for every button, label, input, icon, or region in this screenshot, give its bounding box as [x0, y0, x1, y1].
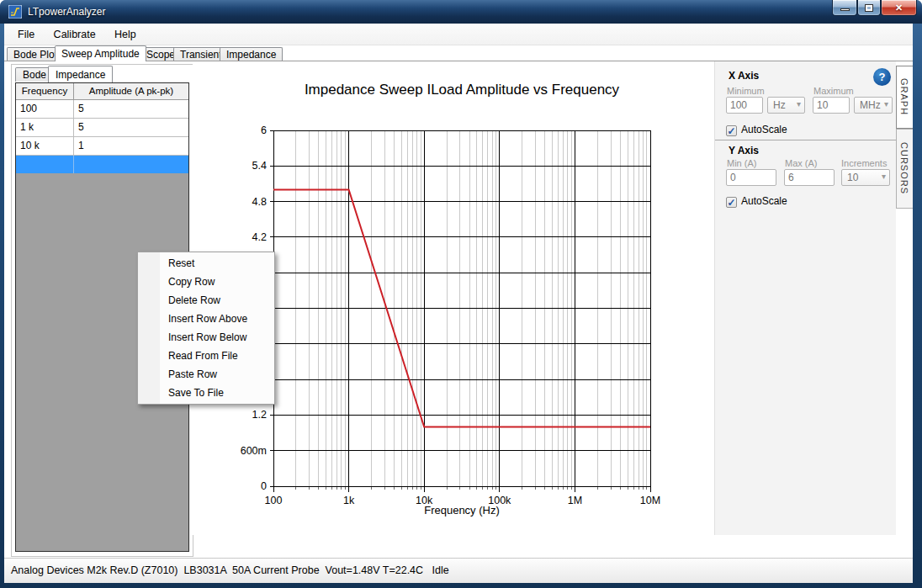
- window-title: LTpowerAnalyzer: [28, 6, 105, 18]
- cell-amplitude[interactable]: 5: [74, 100, 188, 118]
- chevron-down-icon: ▾: [884, 99, 888, 109]
- chart-x-axis-label: Frequency (Hz): [209, 504, 714, 516]
- app-window: LTpowerAnalyzer ✕ File Calibrate Help Bo…: [0, 0, 922, 588]
- x-autoscale-checkbox[interactable]: ✓AutoScale: [726, 121, 787, 136]
- svg-text:4.8: 4.8: [252, 196, 267, 208]
- subtab-impedance[interactable]: Impedance: [48, 66, 113, 82]
- menu-file[interactable]: File: [10, 24, 42, 45]
- context-menu-item-read-from-file[interactable]: Read From File: [138, 347, 274, 365]
- context-menu-item-insert-row-above[interactable]: Insert Row Above: [138, 310, 274, 328]
- menu-calibrate[interactable]: Calibrate: [46, 24, 103, 45]
- cell-amplitude[interactable]: 1: [74, 137, 188, 155]
- x-max-unit-select[interactable]: MHz ▾: [854, 97, 893, 114]
- main-tab-strip: Bode Plot Sweep Amplitude Scope Transien…: [4, 45, 913, 61]
- menu-bar: File Calibrate Help: [4, 24, 913, 45]
- y-increments-label: Increments: [841, 158, 887, 168]
- y-autoscale-checkbox[interactable]: ✓AutoScale: [726, 193, 787, 208]
- table-row[interactable]: 10 k 1: [16, 137, 188, 156]
- app-icon: [8, 5, 22, 19]
- minimize-icon: [840, 8, 850, 11]
- svg-text:1.2: 1.2: [252, 409, 267, 421]
- svg-text:5.4: 5.4: [252, 160, 267, 172]
- menu-help[interactable]: Help: [107, 24, 144, 45]
- minimize-button[interactable]: [832, 0, 857, 16]
- table-header: Frequency Amplitude (A pk-pk): [16, 83, 188, 100]
- context-menu-item-paste-row[interactable]: Paste Row: [138, 365, 274, 384]
- x-min-input[interactable]: [726, 97, 763, 114]
- check-icon: ✓: [727, 126, 736, 136]
- close-icon: ✕: [882, 0, 916, 15]
- context-menu-item-reset[interactable]: Reset: [138, 254, 274, 273]
- context-menu-item-copy-row[interactable]: Copy Row: [138, 273, 274, 291]
- maximize-icon: [865, 4, 873, 12]
- title-bar[interactable]: LTpowerAnalyzer ✕: [0, 0, 922, 24]
- tab-impedance[interactable]: Impedance: [220, 47, 283, 61]
- svg-text:0: 0: [261, 480, 267, 492]
- section-divider: [715, 140, 897, 140]
- cell-frequency[interactable]: 1 k: [16, 119, 74, 136]
- y-max-label: Max (A): [785, 158, 818, 168]
- axis-settings-panel: X Axis ? Minimum Hz ▾ Maximum MHz ▾ ✓Aut…: [714, 61, 896, 535]
- chevron-down-icon: ▾: [797, 99, 801, 109]
- table-row[interactable]: 100 5: [16, 100, 188, 119]
- side-tab-graph[interactable]: GRAPH: [896, 66, 913, 129]
- table-context-menu: Reset Copy Row Delete Row Insert Row Abo…: [137, 252, 275, 405]
- svg-text:4.2: 4.2: [252, 231, 267, 243]
- x-max-label: Maximum: [813, 86, 854, 96]
- y-axis-section-title: Y Axis: [729, 145, 759, 156]
- cell-frequency[interactable]: 10 k: [16, 137, 74, 155]
- maximize-button[interactable]: [857, 0, 881, 16]
- column-header-amplitude[interactable]: Amplitude (A pk-pk): [74, 83, 188, 99]
- y-max-input[interactable]: [784, 169, 835, 186]
- svg-text:6: 6: [261, 124, 267, 136]
- tab-sweep-amplitude[interactable]: Sweep Amplitude: [55, 45, 146, 61]
- svg-text:600m: 600m: [241, 445, 267, 457]
- x-min-unit-select[interactable]: Hz ▾: [767, 97, 805, 114]
- side-tab-cursors[interactable]: CURSORS: [896, 129, 913, 209]
- x-min-label: Minimum: [727, 86, 765, 96]
- help-icon[interactable]: ?: [873, 68, 891, 86]
- y-increments-select[interactable]: 10 ▾: [841, 169, 890, 186]
- close-button[interactable]: ✕: [881, 0, 917, 16]
- cell-amplitude[interactable]: 5: [74, 119, 188, 136]
- y-min-label: Min (A): [727, 158, 756, 168]
- x-axis-section-title: X Axis: [729, 70, 759, 82]
- status-bar: Analog Devices M2k Rev.D (Z7010) LB3031A…: [4, 558, 913, 583]
- context-menu-item-insert-row-below[interactable]: Insert Row Below: [138, 328, 274, 347]
- cell-frequency[interactable]: 100: [16, 100, 74, 118]
- check-icon: ✓: [727, 198, 736, 208]
- context-menu-item-delete-row[interactable]: Delete Row: [138, 291, 274, 310]
- status-text: Analog Devices M2k Rev.D (Z7010) LB3031A…: [11, 559, 449, 583]
- chevron-down-icon: ▾: [882, 172, 886, 181]
- column-header-frequency[interactable]: Frequency: [16, 83, 74, 99]
- x-max-input[interactable]: [813, 97, 850, 114]
- context-menu-item-save-to-file[interactable]: Save To File: [138, 384, 274, 402]
- y-min-input[interactable]: [726, 169, 776, 186]
- table-row-selected[interactable]: [16, 156, 188, 173]
- side-tab-strip: GRAPH CURSORS: [896, 61, 913, 535]
- table-row[interactable]: 1 k 5: [16, 119, 188, 137]
